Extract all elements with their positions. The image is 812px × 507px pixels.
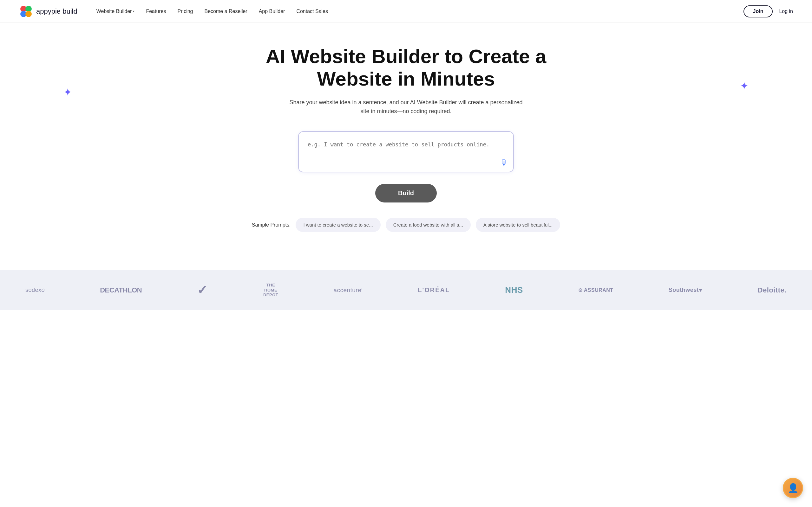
prompt-chip-2[interactable]: Create a food website with all s... bbox=[386, 218, 471, 232]
search-container: 🎙 bbox=[298, 131, 514, 174]
logo-deloitte: Deloitte. bbox=[758, 286, 786, 294]
hero-subtitle: Share your website idea in a sentence, a… bbox=[286, 98, 526, 116]
nav-website-builder[interactable]: Website Builder ▾ bbox=[96, 9, 135, 14]
logo-sodexo: sodexó bbox=[26, 287, 45, 293]
logo-accenture: accenture› bbox=[334, 287, 362, 294]
sample-prompts: Sample Prompts: I want to create a websi… bbox=[252, 218, 560, 232]
microphone-icon[interactable]: 🎙 bbox=[500, 158, 508, 168]
sparkle-left-icon: ✦ bbox=[63, 86, 72, 98]
logo[interactable]: appypie build bbox=[19, 4, 78, 18]
nav-contact-sales[interactable]: Contact Sales bbox=[296, 9, 328, 14]
logo-decathlon: DECATHLON bbox=[100, 286, 142, 294]
logo-assurant: ⊙ ASSURANT bbox=[578, 287, 613, 293]
login-button[interactable]: Log in bbox=[779, 9, 793, 14]
hero-title: AI Website Builder to Create a Website i… bbox=[263, 45, 549, 90]
chat-avatar: 👤 bbox=[784, 479, 802, 497]
nav-app-builder[interactable]: App Builder bbox=[259, 9, 285, 14]
sparkle-right-icon: ✦ bbox=[740, 80, 749, 92]
search-input[interactable] bbox=[298, 131, 514, 172]
logo-nhs: NHS bbox=[505, 285, 523, 295]
logo-nike: ✓ bbox=[197, 283, 208, 297]
nav-pricing[interactable]: Pricing bbox=[177, 9, 193, 14]
chat-bubble[interactable]: 👤 bbox=[783, 478, 803, 498]
prompt-chip-3[interactable]: A store website to sell beautiful... bbox=[476, 218, 560, 232]
logo-southwest: Southwest♥ bbox=[669, 287, 703, 293]
nav-reseller[interactable]: Become a Reseller bbox=[204, 9, 247, 14]
build-button[interactable]: Build bbox=[375, 184, 437, 203]
navbar: appypie build Website Builder ▾ Features… bbox=[0, 0, 812, 23]
logo-text: appypie build bbox=[36, 7, 78, 15]
chevron-down-icon: ▾ bbox=[133, 9, 135, 13]
logo-loreal: L'ORÉAL bbox=[418, 286, 450, 294]
sample-label: Sample Prompts: bbox=[252, 222, 291, 228]
join-button[interactable]: Join bbox=[744, 5, 773, 17]
logo-icon bbox=[19, 4, 33, 18]
svg-point-3 bbox=[26, 11, 32, 17]
logos-band: sodexó DECATHLON ✓ THEHOMEDEPOT accentur… bbox=[0, 270, 812, 310]
nav-links: Website Builder ▾ Features Pricing Becom… bbox=[96, 9, 744, 14]
hero-section: ✦ ✦ AI Website Builder to Create a Websi… bbox=[0, 23, 812, 251]
prompt-chip-1[interactable]: I want to create a website to se... bbox=[296, 218, 380, 232]
nav-actions: Join Log in bbox=[744, 5, 793, 17]
nav-features[interactable]: Features bbox=[146, 9, 166, 14]
logo-home-depot: THEHOMEDEPOT bbox=[263, 283, 278, 297]
